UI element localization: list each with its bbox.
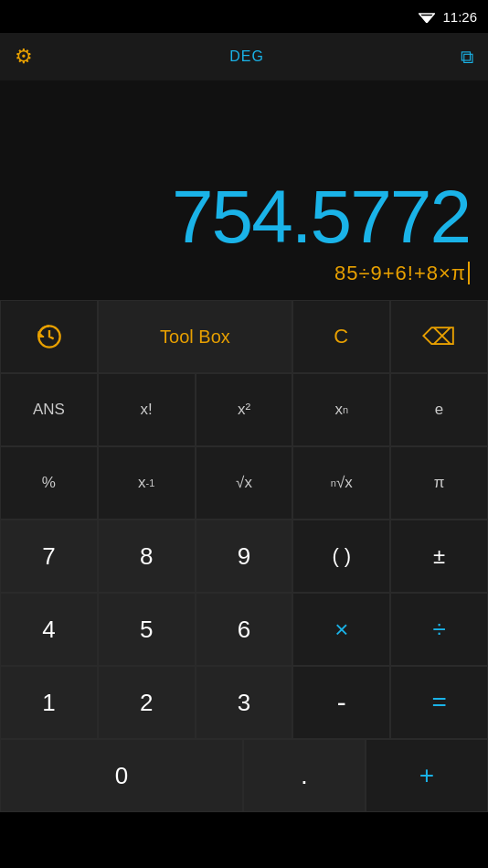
expression-display: 85÷9+6!+8×π [334, 262, 470, 285]
number-row-1: 7 8 9 ( ) ± [0, 520, 488, 593]
nth-root-button[interactable]: n√x [292, 446, 390, 520]
key-6[interactable]: 6 [196, 593, 293, 666]
number-row-2: 4 5 6 × ÷ [0, 593, 488, 666]
copy-icon[interactable]: ⧉ [461, 47, 473, 68]
factorial-button[interactable]: x! [98, 373, 196, 446]
key-7[interactable]: 7 [0, 520, 98, 593]
key-4[interactable]: 4 [0, 593, 98, 666]
clear-button[interactable]: C [292, 300, 390, 373]
equals-button[interactable]: = [390, 666, 488, 739]
key-1[interactable]: 1 [0, 666, 98, 739]
function-row: Tool Box C ⌫ [0, 300, 488, 373]
cursor [466, 262, 470, 284]
backspace-icon: ⌫ [422, 323, 456, 351]
key-2[interactable]: 2 [98, 666, 196, 739]
multiply-button[interactable]: × [292, 593, 390, 666]
key-3[interactable]: 3 [196, 666, 293, 739]
toolbox-button[interactable]: Tool Box [98, 300, 292, 373]
history-button[interactable] [0, 300, 98, 373]
sqrt-button[interactable]: √x [196, 446, 293, 520]
inverse-button[interactable]: x-1 [98, 446, 196, 520]
square-button[interactable]: x² [196, 373, 293, 446]
key-0[interactable]: 0 [0, 739, 243, 812]
scientific-row-1: ANS x! x² xn e [0, 373, 488, 446]
decimal-button[interactable]: . [243, 739, 366, 812]
backspace-button[interactable]: ⌫ [390, 300, 488, 373]
scientific-row-2: % x-1 √x n√x π [0, 446, 488, 520]
euler-button[interactable]: e [390, 373, 488, 446]
plusminus-button[interactable]: ± [390, 520, 488, 593]
status-time: 11:26 [442, 9, 477, 25]
settings-icon[interactable]: ⚙ [15, 45, 33, 69]
display: 754.5772 85÷9+6!+8×π [0, 80, 488, 300]
pi-button[interactable]: π [390, 446, 488, 520]
ans-button[interactable]: ANS [0, 373, 98, 446]
key-5[interactable]: 5 [98, 593, 196, 666]
key-8[interactable]: 8 [98, 520, 196, 593]
number-row-4: 0 . + [0, 739, 488, 812]
subtract-button[interactable]: - [292, 666, 390, 739]
wifi-icon [419, 10, 435, 23]
result-display: 754.5772 [172, 179, 470, 254]
history-icon [37, 324, 62, 349]
percent-button[interactable]: % [0, 446, 98, 520]
key-9[interactable]: 9 [196, 520, 293, 593]
keypad: Tool Box C ⌫ ANS x! x² xn e % x-1 √x n√x… [0, 300, 488, 812]
paren-button[interactable]: ( ) [292, 520, 390, 593]
status-bar: 11:26 [0, 0, 488, 33]
number-row-3: 1 2 3 - = [0, 666, 488, 739]
top-bar: ⚙ DEG ⧉ [0, 33, 488, 80]
power-button[interactable]: xn [292, 373, 390, 446]
divide-button[interactable]: ÷ [390, 593, 488, 666]
deg-label[interactable]: DEG [229, 48, 264, 65]
add-button[interactable]: + [366, 739, 488, 812]
